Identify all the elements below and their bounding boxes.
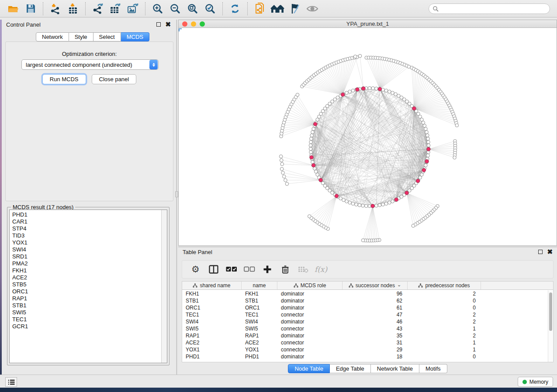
mcds-result-item[interactable]: RAP1	[12, 295, 167, 302]
mcds-dominator-node[interactable]	[362, 86, 366, 90]
network-node[interactable]	[280, 158, 283, 162]
network-node[interactable]	[384, 89, 388, 93]
search-box[interactable]	[429, 3, 550, 14]
float-table-panel-icon[interactable]	[538, 250, 543, 254]
network-node[interactable]	[296, 93, 299, 96]
network-node[interactable]	[424, 164, 428, 167]
column-header-MCDS-role[interactable]: MCDS role	[277, 282, 343, 289]
close-panel-button[interactable]: Close panel	[92, 74, 137, 84]
network-node[interactable]	[422, 121, 425, 124]
table-scrollbar-thumb[interactable]	[549, 292, 552, 331]
open-session-button[interactable]	[4, 1, 22, 16]
mcds-result-item[interactable]: ACE2	[12, 274, 167, 281]
task-history-button[interactable]	[5, 377, 17, 387]
deselect-all-button[interactable]	[241, 262, 257, 277]
network-node[interactable]	[425, 131, 429, 134]
network-node[interactable]	[388, 90, 391, 93]
network-node[interactable]	[391, 200, 394, 203]
mcds-dominator-node[interactable]	[311, 163, 315, 167]
network-node[interactable]	[381, 203, 385, 206]
network-node[interactable]	[308, 215, 311, 218]
network-node[interactable]	[420, 118, 424, 121]
network-overview-button[interactable]	[269, 1, 286, 16]
network-node[interactable]	[311, 131, 315, 134]
network-node[interactable]	[427, 144, 430, 147]
network-node[interactable]	[361, 204, 365, 207]
network-node[interactable]	[423, 124, 426, 127]
memory-button[interactable]: Memory	[518, 377, 553, 387]
table-row[interactable]: ACE2ACE2connector311	[182, 339, 553, 346]
mcds-result-item[interactable]: GCR1	[12, 323, 167, 330]
zoom-out-button[interactable]	[166, 1, 184, 16]
zoom-selected-button[interactable]	[201, 1, 219, 16]
network-node[interactable]	[310, 137, 313, 141]
run-mcds-button[interactable]: Run MCDS	[42, 74, 86, 84]
tab-mcds[interactable]: MCDS	[121, 32, 149, 41]
table-row[interactable]: TEC1TEC1connector472	[182, 311, 553, 318]
mcds-dominator-node[interactable]	[405, 191, 409, 195]
delete-column-button[interactable]	[277, 262, 293, 277]
column-header-predecessor-nodes[interactable]: predecessor nodes	[408, 282, 481, 289]
network-node[interactable]	[351, 202, 355, 206]
mcds-result-item[interactable]: SRD1	[12, 253, 167, 260]
criterion-dropdown[interactable]: largest connected component (undirected)	[21, 59, 159, 70]
tab-select[interactable]: Select	[93, 32, 121, 41]
network-node[interactable]	[375, 204, 378, 207]
panel-splitter[interactable]	[175, 20, 178, 375]
mcds-dominator-node[interactable]	[427, 147, 431, 151]
mcds-result-item[interactable]: PHD1	[12, 211, 167, 218]
mcds-dominator-node[interactable]	[378, 87, 382, 91]
apply-layout-button[interactable]	[226, 1, 244, 16]
mcds-result-item[interactable]: STB5	[12, 281, 167, 288]
network-node[interactable]	[316, 173, 319, 176]
annotation-flag-button[interactable]	[286, 1, 304, 16]
network-node[interactable]	[368, 86, 371, 90]
mcds-dominator-node[interactable]	[422, 168, 426, 172]
add-column-button[interactable]	[259, 262, 275, 277]
mcds-dominator-node[interactable]	[416, 179, 420, 183]
network-node[interactable]	[279, 155, 283, 158]
float-panel-icon[interactable]	[156, 22, 161, 27]
zoom-in-button[interactable]	[149, 1, 166, 16]
network-node[interactable]	[378, 203, 381, 207]
mcds-result-item[interactable]: YOX1	[12, 239, 167, 246]
table-scrollbar[interactable]	[548, 290, 553, 362]
network-node[interactable]	[455, 124, 459, 127]
search-input[interactable]	[439, 6, 546, 12]
mcds-result-item[interactable]: STB1	[12, 302, 167, 309]
table-row[interactable]: STB1STB1dominator620	[182, 297, 553, 304]
network-node[interactable]	[453, 156, 457, 159]
tab-network-table[interactable]: Network Table	[371, 364, 419, 373]
network-node[interactable]	[427, 141, 430, 144]
network-node[interactable]	[351, 89, 355, 93]
mcds-result-item[interactable]: TID3	[12, 232, 167, 239]
network-node[interactable]	[364, 204, 368, 208]
mcds-dominator-node[interactable]	[356, 88, 360, 92]
network-node[interactable]	[345, 91, 349, 95]
export-table-button[interactable]	[107, 1, 124, 16]
table-row[interactable]: YOX1YOX1connector291	[182, 346, 553, 353]
export-to-ndex-button[interactable]	[251, 1, 269, 16]
network-window-titlebar[interactable]: YPA_prune.txt_1	[179, 20, 557, 28]
network-node[interactable]	[371, 86, 375, 90]
mcds-result-item[interactable]: CAR1	[12, 218, 167, 225]
network-node[interactable]	[358, 203, 361, 207]
network-node[interactable]	[309, 141, 313, 144]
network-node[interactable]	[284, 179, 287, 182]
network-node[interactable]	[412, 224, 415, 227]
column-settings-button[interactable]: ⚙	[187, 262, 204, 277]
mcds-result-scrollbar[interactable]	[161, 210, 167, 363]
table-row[interactable]: SWI4SWI4dominator462	[182, 318, 553, 325]
mcds-dominator-node[interactable]	[319, 178, 323, 182]
network-node[interactable]	[282, 175, 286, 179]
export-network-button[interactable]	[89, 1, 107, 16]
export-image-button[interactable]	[124, 1, 142, 16]
mcds-result-item[interactable]: PMA2	[12, 260, 167, 267]
tab-network[interactable]: Network	[36, 32, 69, 41]
network-node[interactable]	[384, 202, 388, 206]
column-header-shared-name[interactable]: shared name	[182, 282, 242, 289]
import-table-button[interactable]	[64, 1, 82, 16]
import-network-button[interactable]	[47, 1, 64, 16]
mcds-dominator-node[interactable]	[371, 204, 375, 208]
network-node[interactable]	[348, 201, 352, 204]
